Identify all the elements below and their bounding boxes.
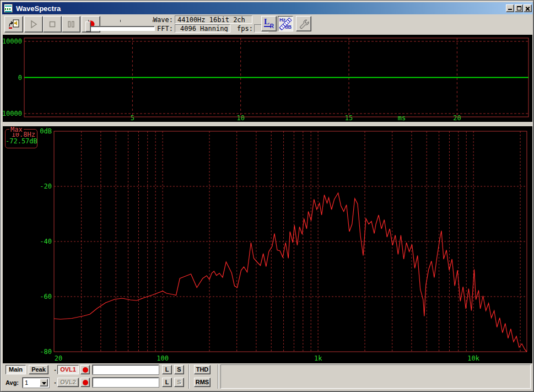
ovl1-save-button[interactable]: S (174, 365, 184, 374)
spectrum-y-tick-label: -40 (40, 238, 52, 245)
spectrum-chart: 0dB-20-40-60-80201001k10k (3, 126, 532, 363)
open-wave-file-button[interactable] (4, 16, 23, 33)
max-marker-level: -72.57dB (6, 138, 35, 144)
chart-separator (3, 122, 532, 126)
wavespectra-app-icon[interactable] (4, 4, 13, 13)
ovl2-load-button[interactable]: L (162, 378, 172, 387)
stop-icon (47, 19, 58, 30)
minimize-button[interactable] (506, 4, 514, 12)
settings-button[interactable] (296, 16, 311, 31)
fft-settings-value: 4096 Hanning (175, 24, 230, 33)
waveform-x-tick-label: 5 (131, 114, 134, 122)
app-icon-spectrum-bar2 (5, 11, 12, 12)
window-title: WaveSpectra (16, 4, 61, 13)
waveform-y-tick-label: 10000 (3, 37, 22, 45)
position-slider-thumb[interactable] (85, 22, 91, 32)
close-button[interactable] (524, 4, 532, 12)
minimize-icon (508, 9, 512, 10)
ovl2-record-button[interactable] (80, 378, 90, 387)
ovl2-save-button[interactable]: S (174, 378, 184, 387)
wavespectra-window: WaveSpectra (0, 0, 534, 392)
spectrum-x-tick-label: 1k (314, 355, 322, 362)
thd-button[interactable]: THD (194, 365, 211, 374)
spectrum-x-tick-label: 10k (467, 355, 479, 362)
wave-label: Wave: (139, 17, 173, 24)
spectrum-chart-panel: 0dB-20-40-60-80201001k10k Max 10.8Hz -72… (3, 126, 532, 363)
hz-db-scale-button[interactable]: Hz dB (278, 16, 293, 31)
spectrum-y-tick-label: -20 (40, 182, 52, 190)
ovl2-record-dot-icon (83, 380, 88, 385)
ovl1-record-button[interactable] (80, 365, 90, 374)
status-panel (220, 364, 531, 389)
spectrum-y-tick-label: -80 (40, 348, 52, 356)
pause-button[interactable] (62, 16, 80, 33)
slider-tick-center (120, 20, 121, 22)
spectrum-x-tick-label: 100 (157, 355, 169, 362)
ovl2-file-input[interactable] (93, 378, 159, 387)
app-icon-wave-bar (5, 8, 12, 10)
fft-label: FFT: (139, 25, 173, 33)
spectrum-x-tick-label: 20 (55, 355, 62, 362)
control-bar: Main Peak - OVL1 L S THD Avg: 1 - OVL2 L… (2, 363, 533, 391)
spectrum-grid (54, 131, 527, 352)
max-marker-box: Max 10.8Hz -72.57dB (5, 129, 37, 148)
wrench-icon (298, 18, 310, 30)
avg-dropdown-button[interactable] (40, 379, 48, 386)
avg-select[interactable]: 1 (23, 378, 49, 388)
waveform-chart-panel: 5101520100000-10000ms (3, 35, 532, 122)
maximize-icon (517, 6, 521, 10)
open-wave-file-icon (8, 19, 20, 30)
spectrum-series (54, 193, 527, 352)
waveform-x-tick-label: 15 (345, 114, 353, 122)
waveform-y-tick-label: 0 (18, 74, 22, 82)
pause-icon (66, 19, 77, 30)
avg-label: Avg: (6, 379, 19, 386)
chevron-down-icon (42, 382, 46, 385)
ovl1-file-input[interactable] (93, 365, 159, 374)
peak-toggle-button[interactable]: Peak (29, 365, 48, 374)
ovl1-toggle-button[interactable]: OVL1 (57, 365, 79, 374)
spectrum-y-tick-label: -60 (40, 293, 52, 300)
waveform-y-tick-label: -10000 (3, 110, 22, 117)
app-icon-spectrum-bar (5, 6, 12, 7)
close-icon (525, 6, 530, 11)
max-marker-title: Max (9, 126, 24, 133)
left-right-channel-icon: L (264, 18, 269, 26)
avg-selected-value: 1 (25, 379, 28, 386)
rms-button[interactable]: RMS (194, 378, 211, 387)
lr-r-letter: R (270, 24, 274, 29)
waveform-x-tick-label: 20 (453, 114, 461, 122)
fps-label: fps: (234, 25, 253, 33)
divider-2 (218, 364, 219, 389)
waveform-x-unit-label: ms (398, 114, 406, 122)
main-toggle-button[interactable]: Main (6, 365, 26, 374)
play-button[interactable] (24, 16, 43, 33)
play-icon (28, 19, 39, 30)
ovl2-toggle-button[interactable]: OVL2 (57, 378, 79, 387)
toolbar: Wave: 44100Hz 16bit 2ch FFT: 4096 Hannin… (2, 15, 533, 34)
spectrum-y-tick-label: 0dB (40, 127, 52, 135)
maximize-button[interactable] (515, 4, 523, 12)
db-letter: dB (285, 25, 292, 30)
title-bar[interactable]: WaveSpectra (2, 2, 533, 14)
divider-1 (188, 364, 190, 389)
ovl1-load-button[interactable]: L (162, 365, 172, 374)
waveform-chart: 5101520100000-10000ms (3, 35, 532, 122)
ovl1-record-dot-icon (83, 367, 88, 373)
left-right-channel-button[interactable]: L R (261, 16, 277, 31)
wave-format-value: 44100Hz 16bit 2ch (175, 15, 252, 24)
waveform-x-tick-label: 10 (236, 114, 244, 122)
stop-button[interactable] (43, 16, 62, 33)
